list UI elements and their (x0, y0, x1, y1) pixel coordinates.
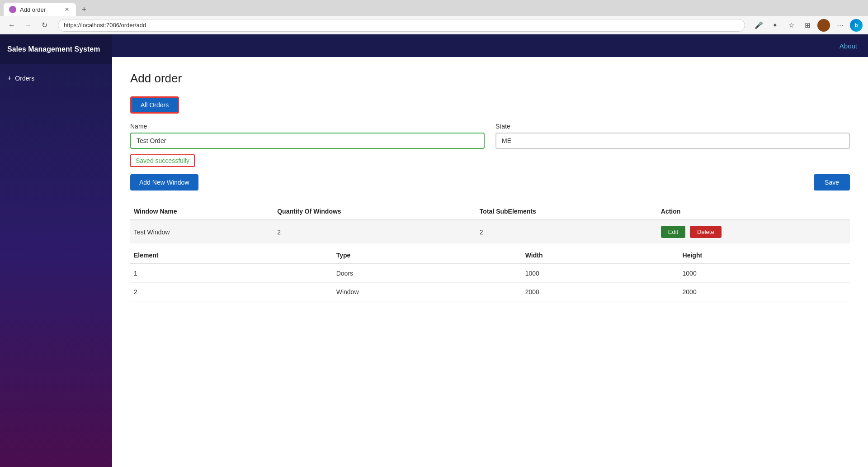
copilot-icon[interactable]: ✦ (769, 19, 781, 32)
sidebar-header: Sales Management System (0, 34, 112, 64)
width-1000: 1000 (522, 264, 679, 283)
windows-table-container: Window Name Quantity Of Windows Total Su… (130, 203, 850, 301)
sub-col-height: Height (679, 247, 850, 264)
tab-title: Add order (20, 6, 60, 13)
about-link[interactable]: About (840, 42, 857, 50)
window-name-cell: Test Window (130, 220, 274, 243)
state-input[interactable] (495, 133, 850, 149)
edge-logo-icon: b (850, 19, 863, 32)
sub-table-row: 2 Window 2000 2000 (130, 283, 850, 301)
name-input[interactable] (130, 133, 485, 149)
new-tab-button[interactable]: + (78, 3, 90, 16)
reload-button[interactable]: ↻ (38, 19, 51, 32)
elements-sub-table: Element Type Width Height 1 Doors 1000 1… (130, 247, 850, 301)
state-label: State (495, 123, 850, 130)
voice-search-icon[interactable]: 🎤 (752, 19, 765, 32)
back-button[interactable]: ← (5, 19, 18, 32)
form-row: Name State (130, 123, 850, 149)
delete-button[interactable]: Delete (690, 226, 722, 238)
tab-bar: Add order ✕ + (0, 0, 868, 16)
col-action: Action (657, 203, 850, 220)
url-text: https://localhost:7086/order/add (64, 22, 146, 29)
name-form-group: Name (130, 123, 485, 149)
address-bar[interactable]: https://localhost:7086/order/add (58, 19, 745, 32)
add-new-window-button[interactable]: Add New Window (130, 174, 198, 191)
col-total-sub: Total SubElements (476, 203, 657, 220)
all-orders-button[interactable]: All Orders (130, 96, 179, 114)
sidebar-item-label-orders: Orders (15, 75, 34, 82)
sub-col-element: Element (130, 247, 333, 264)
sidebar-item-orders[interactable]: + Orders (0, 70, 112, 87)
width-2000: 2000 (522, 283, 679, 301)
quantity-cell: 2 (274, 220, 476, 243)
page-title: Add order (130, 71, 850, 86)
element-2: 2 (130, 283, 333, 301)
main-wrapper: About Add order All Orders Name State Sa… (112, 34, 868, 467)
type-doors: Doors (333, 264, 522, 283)
windows-table-body: Test Window 2 2 Edit Delete (130, 220, 850, 243)
app-title: Sales Management System (7, 45, 100, 53)
type-window: Window (333, 283, 522, 301)
windows-table-header: Window Name Quantity Of Windows Total Su… (130, 203, 850, 220)
save-button[interactable]: Save (814, 174, 850, 191)
total-sub-cell: 2 (476, 220, 657, 243)
browser-actions: 🎤 ✦ ☆ ⊞ ⋯ b (752, 19, 863, 32)
height-1000: 1000 (679, 264, 850, 283)
success-message: Saved successfully (130, 154, 850, 174)
action-cell: Edit Delete (657, 220, 850, 243)
edit-button[interactable]: Edit (661, 226, 685, 238)
element-1: 1 (130, 264, 333, 283)
success-text: Saved successfully (130, 154, 195, 167)
sub-table-header: Element Type Width Height (130, 247, 850, 264)
height-2000: 2000 (679, 283, 850, 301)
tab-close-button[interactable]: ✕ (63, 6, 71, 13)
name-label: Name (130, 123, 485, 130)
main-content: Add order All Orders Name State Saved su… (112, 57, 868, 467)
sidebar: Sales Management System + Orders (0, 34, 112, 467)
sub-col-width: Width (522, 247, 679, 264)
browser-controls: ← → ↻ https://localhost:7086/order/add 🎤… (0, 16, 868, 34)
browser-chrome: Add order ✕ + ← → ↻ https://localhost:70… (0, 0, 868, 34)
more-options-button[interactable]: ⋯ (834, 19, 846, 32)
app-layout: Sales Management System + Orders About A… (0, 34, 868, 467)
sub-table-row: 1 Doors 1000 1000 (130, 264, 850, 283)
col-window-name: Window Name (130, 203, 274, 220)
actions-row: Add New Window Save (130, 174, 850, 191)
forward-button[interactable]: → (22, 19, 34, 32)
tab-favicon-icon (9, 6, 16, 13)
active-tab[interactable]: Add order ✕ (4, 3, 76, 16)
profile-avatar[interactable] (817, 19, 830, 32)
plus-icon: + (7, 74, 11, 82)
favorites-icon[interactable]: ☆ (785, 19, 797, 32)
windows-table: Window Name Quantity Of Windows Total Su… (130, 203, 850, 243)
sub-col-type: Type (333, 247, 522, 264)
col-quantity: Quantity Of Windows (274, 203, 476, 220)
sub-table-body: 1 Doors 1000 1000 2 Window 2000 2000 (130, 264, 850, 301)
sidebar-nav: + Orders (0, 64, 112, 92)
topbar: About (112, 34, 868, 57)
collections-icon[interactable]: ⊞ (801, 19, 814, 32)
state-form-group: State (495, 123, 850, 149)
table-row: Test Window 2 2 Edit Delete (130, 220, 850, 243)
